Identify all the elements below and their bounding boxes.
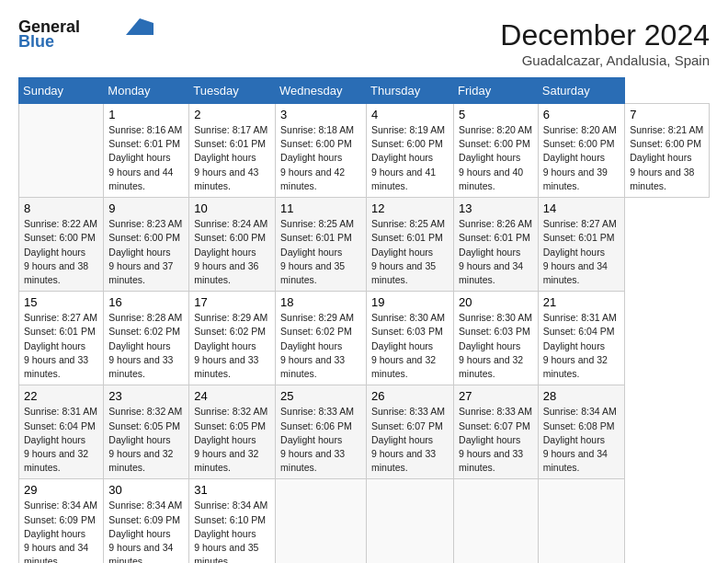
calendar-cell: 14Sunrise: 8:27 AMSunset: 6:01 PMDayligh… xyxy=(538,198,625,292)
day-info: Sunrise: 8:32 AMSunset: 6:05 PMDaylight … xyxy=(108,405,184,475)
logo-icon xyxy=(126,18,154,35)
month-title: December 2024 xyxy=(500,18,710,52)
day-number: 5 xyxy=(459,108,533,121)
day-number: 24 xyxy=(194,389,270,403)
calendar-cell: 11Sunrise: 8:25 AMSunset: 6:01 PMDayligh… xyxy=(276,198,367,292)
day-number: 12 xyxy=(371,201,449,215)
calendar-cell: 3Sunrise: 8:18 AMSunset: 6:00 PMDaylight… xyxy=(276,104,367,198)
day-number: 4 xyxy=(371,108,449,121)
calendar-cell: 15Sunrise: 8:27 AMSunset: 6:01 PMDayligh… xyxy=(19,292,104,385)
day-info: Sunrise: 8:34 AMSunset: 6:08 PMDaylight … xyxy=(543,405,620,475)
calendar-week-row: 8Sunrise: 8:22 AMSunset: 6:00 PMDaylight… xyxy=(19,198,710,292)
day-number: 3 xyxy=(280,108,361,121)
day-info: Sunrise: 8:34 AMSunset: 6:09 PMDaylight … xyxy=(24,499,98,563)
day-info: Sunrise: 8:34 AMSunset: 6:10 PMDaylight … xyxy=(194,499,270,563)
day-number: 11 xyxy=(280,201,361,215)
day-number: 13 xyxy=(459,201,533,215)
weekday-header: Monday xyxy=(104,78,189,104)
calendar-cell: 10Sunrise: 8:24 AMSunset: 6:00 PMDayligh… xyxy=(189,198,276,292)
weekday-header: Friday xyxy=(454,78,539,104)
day-number: 9 xyxy=(108,201,184,215)
day-info: Sunrise: 8:32 AMSunset: 6:05 PMDaylight … xyxy=(194,405,270,475)
weekday-header: Tuesday xyxy=(189,78,276,104)
day-number: 21 xyxy=(543,295,620,309)
day-number: 25 xyxy=(280,389,361,403)
calendar-week-row: 29Sunrise: 8:34 AMSunset: 6:09 PMDayligh… xyxy=(19,479,710,563)
calendar-cell: 16Sunrise: 8:28 AMSunset: 6:02 PMDayligh… xyxy=(104,292,189,385)
calendar-cell: 31Sunrise: 8:34 AMSunset: 6:10 PMDayligh… xyxy=(189,479,276,563)
day-info: Sunrise: 8:29 AMSunset: 6:02 PMDaylight … xyxy=(194,311,270,381)
day-info: Sunrise: 8:20 AMSunset: 6:00 PMDaylight … xyxy=(459,123,533,193)
calendar-cell: 8Sunrise: 8:22 AMSunset: 6:00 PMDaylight… xyxy=(19,198,104,292)
calendar-cell: 25Sunrise: 8:33 AMSunset: 6:06 PMDayligh… xyxy=(276,385,367,479)
location-title: Guadalcazar, Andalusia, Spain xyxy=(500,52,710,68)
calendar-cell: 23Sunrise: 8:32 AMSunset: 6:05 PMDayligh… xyxy=(104,385,189,479)
day-number: 14 xyxy=(543,201,620,215)
calendar-cell: 19Sunrise: 8:30 AMSunset: 6:03 PMDayligh… xyxy=(367,292,454,385)
calendar-week-row: 22Sunrise: 8:31 AMSunset: 6:04 PMDayligh… xyxy=(19,385,710,479)
calendar-cell: 1Sunrise: 8:16 AMSunset: 6:01 PMDaylight… xyxy=(104,104,189,198)
day-info: Sunrise: 8:24 AMSunset: 6:00 PMDaylight … xyxy=(194,217,270,287)
calendar-cell: 26Sunrise: 8:33 AMSunset: 6:07 PMDayligh… xyxy=(367,385,454,479)
day-number: 26 xyxy=(371,389,449,403)
day-number: 16 xyxy=(108,295,184,309)
day-number: 27 xyxy=(459,389,533,403)
day-info: Sunrise: 8:16 AMSunset: 6:01 PMDaylight … xyxy=(108,123,184,193)
day-info: Sunrise: 8:25 AMSunset: 6:01 PMDaylight … xyxy=(371,217,449,287)
calendar-table: SundayMondayTuesdayWednesdayThursdayFrid… xyxy=(18,77,710,563)
day-number: 2 xyxy=(194,108,270,121)
svg-marker-0 xyxy=(126,18,154,35)
calendar-cell: 30Sunrise: 8:34 AMSunset: 6:09 PMDayligh… xyxy=(104,479,189,563)
calendar-cell: 20Sunrise: 8:30 AMSunset: 6:03 PMDayligh… xyxy=(454,292,539,385)
calendar-cell: 18Sunrise: 8:29 AMSunset: 6:02 PMDayligh… xyxy=(276,292,367,385)
day-info: Sunrise: 8:31 AMSunset: 6:04 PMDaylight … xyxy=(24,405,98,475)
day-number: 30 xyxy=(108,483,184,497)
day-info: Sunrise: 8:20 AMSunset: 6:00 PMDaylight … xyxy=(543,123,620,193)
logo-blue-text: Blue xyxy=(18,33,54,52)
day-number: 20 xyxy=(459,295,533,309)
day-info: Sunrise: 8:30 AMSunset: 6:03 PMDaylight … xyxy=(459,311,533,381)
calendar-cell xyxy=(19,104,104,198)
logo: General Blue xyxy=(18,18,154,52)
day-info: Sunrise: 8:22 AMSunset: 6:00 PMDaylight … xyxy=(24,217,98,287)
day-number: 19 xyxy=(371,295,449,309)
day-info: Sunrise: 8:21 AMSunset: 6:00 PMDaylight … xyxy=(630,123,704,193)
day-info: Sunrise: 8:33 AMSunset: 6:07 PMDaylight … xyxy=(459,405,533,475)
day-info: Sunrise: 8:29 AMSunset: 6:02 PMDaylight … xyxy=(280,311,361,381)
day-info: Sunrise: 8:25 AMSunset: 6:01 PMDaylight … xyxy=(280,217,361,287)
day-info: Sunrise: 8:19 AMSunset: 6:00 PMDaylight … xyxy=(371,123,449,193)
title-block: December 2024 Guadalcazar, Andalusia, Sp… xyxy=(500,18,710,68)
calendar-week-row: 15Sunrise: 8:27 AMSunset: 6:01 PMDayligh… xyxy=(19,292,710,385)
calendar-cell: 24Sunrise: 8:32 AMSunset: 6:05 PMDayligh… xyxy=(189,385,276,479)
day-info: Sunrise: 8:30 AMSunset: 6:03 PMDaylight … xyxy=(371,311,449,381)
calendar-cell: 28Sunrise: 8:34 AMSunset: 6:08 PMDayligh… xyxy=(538,385,625,479)
day-number: 17 xyxy=(194,295,270,309)
calendar-cell: 17Sunrise: 8:29 AMSunset: 6:02 PMDayligh… xyxy=(189,292,276,385)
day-info: Sunrise: 8:27 AMSunset: 6:01 PMDaylight … xyxy=(543,217,620,287)
calendar-cell: 27Sunrise: 8:33 AMSunset: 6:07 PMDayligh… xyxy=(454,385,539,479)
calendar-cell: 7Sunrise: 8:21 AMSunset: 6:00 PMDaylight… xyxy=(625,104,710,198)
calendar-cell xyxy=(538,479,625,563)
day-number: 28 xyxy=(543,389,620,403)
day-info: Sunrise: 8:17 AMSunset: 6:01 PMDaylight … xyxy=(194,123,270,193)
calendar-cell: 13Sunrise: 8:26 AMSunset: 6:01 PMDayligh… xyxy=(454,198,539,292)
day-number: 31 xyxy=(194,483,270,497)
weekday-header: Thursday xyxy=(367,78,454,104)
day-number: 8 xyxy=(24,201,98,215)
calendar-cell: 29Sunrise: 8:34 AMSunset: 6:09 PMDayligh… xyxy=(19,479,104,563)
calendar-cell: 6Sunrise: 8:20 AMSunset: 6:00 PMDaylight… xyxy=(538,104,625,198)
day-info: Sunrise: 8:31 AMSunset: 6:04 PMDaylight … xyxy=(543,311,620,381)
day-number: 29 xyxy=(24,483,98,497)
day-number: 7 xyxy=(630,108,704,121)
weekday-header-row: SundayMondayTuesdayWednesdayThursdayFrid… xyxy=(19,78,710,104)
calendar-cell xyxy=(367,479,454,563)
calendar-cell xyxy=(276,479,367,563)
day-number: 1 xyxy=(108,108,184,121)
calendar-cell: 5Sunrise: 8:20 AMSunset: 6:00 PMDaylight… xyxy=(454,104,539,198)
weekday-header: Saturday xyxy=(538,78,625,104)
day-info: Sunrise: 8:23 AMSunset: 6:00 PMDaylight … xyxy=(108,217,184,287)
calendar-cell: 9Sunrise: 8:23 AMSunset: 6:00 PMDaylight… xyxy=(104,198,189,292)
calendar-cell: 12Sunrise: 8:25 AMSunset: 6:01 PMDayligh… xyxy=(367,198,454,292)
weekday-header: Wednesday xyxy=(276,78,367,104)
day-info: Sunrise: 8:33 AMSunset: 6:07 PMDaylight … xyxy=(371,405,449,475)
